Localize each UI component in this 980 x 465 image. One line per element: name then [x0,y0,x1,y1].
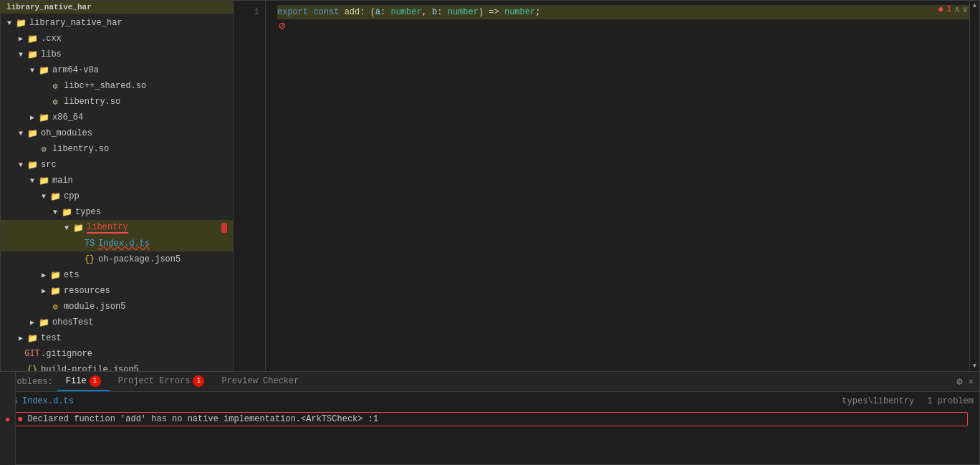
space3 [427,5,432,19]
left-status-strip: ● [0,372,16,465]
space5 [484,5,489,19]
space [339,5,344,19]
tree-item-oh-package[interactable]: ▶ {} oh-package.json5 [1,251,233,267]
error-marker [221,223,227,233]
tree-item-cpp[interactable]: ▼ 📁 cpp [1,188,233,204]
tab-file-badge: 1 [90,375,101,387]
keyword-export: export [277,5,308,19]
tree-item-main[interactable]: ▼ 📁 main [1,173,233,188]
tree-item-arm64[interactable]: ▼ 📁 arm64-v8a [1,62,233,78]
folder-icon: 📁 [27,128,38,139]
tab-project-errors-badge: 1 [193,375,204,387]
error-message-box[interactable]: ● Declared function 'add' has no native … [12,412,968,426]
param-b: b [432,5,437,19]
arrow-icon: ▼ [27,177,38,185]
arrow-icon: ▼ [27,67,38,75]
tree-item-index-dts[interactable]: ▶ TS Index.d.ts [1,236,233,251]
keyword-const: const [313,5,339,19]
folder-icon: 📁 [49,286,61,297]
tree-label: src [41,160,57,170]
arrow-icon: ▼ [61,224,72,232]
tree-item-resources[interactable]: ▶ 📁 resources [1,283,233,299]
folder-icon: 📁 [38,317,49,328]
comma: , [422,5,427,19]
tree-label: ets [64,270,80,280]
folder-icon: 📁 [49,191,61,202]
folder-icon: 📁 [38,176,49,186]
tree-label: oh-package.json5 [98,254,181,264]
folder-icon: 📁 [15,18,27,29]
editor-area: 1 export const add : ( a [234,1,979,371]
tab-project-errors[interactable]: Project Errors 1 [110,372,213,391]
paren-open: ( [370,5,375,19]
tree-item-root[interactable]: ▼ 📁 library_native_har [1,15,233,31]
folder-icon: 📁 [27,160,38,171]
tab-file[interactable]: File 1 [57,372,110,391]
tree-item-ohostest[interactable]: ▶ 📁 ohosTest [1,315,233,330]
tree-item-module-json5[interactable]: ▶ ⚙ module.json5 [1,299,233,315]
file-explorer[interactable]: library_native_har ▼ 📁 library_native_ha… [1,1,234,371]
close-panel-btn[interactable]: ✕ [969,376,974,387]
cot-header: library_native_har [1,1,233,14]
problem-file-row[interactable]: TS Index.d.ts types\libentry 1 problem [1,393,979,409]
tree-label: oh_modules [41,128,92,138]
scrollbar-track[interactable] [970,11,979,361]
bottom-error-icon: ● [5,415,10,425]
tree-item-ets[interactable]: ▶ 📁 ets [1,267,233,283]
tree-item-libcpp[interactable]: ▶ ⚙ libc++_shared.so [1,78,233,94]
tree-item-test[interactable]: ▶ 📁 test [1,330,233,346]
error-circle-icon: ● [938,4,943,15]
tab-preview-checker-label: Preview Checker [221,376,299,386]
tree-item-libs[interactable]: ▼ 📁 libs [1,47,233,62]
punct-colon2: : [380,5,385,19]
error-message-text: Declared function 'add' has no native im… [27,414,378,424]
folder-icon: 📁 [27,49,38,60]
bottom-panel: Problems: File 1 Project Errors 1 Previe… [1,371,979,464]
error-down-btn[interactable]: ∨ [963,4,968,15]
arrow-icon: ▼ [15,51,27,59]
error-up-btn[interactable]: ∧ [955,4,960,15]
space [308,5,313,19]
tree-label: library_native_har [29,18,123,28]
error-message-container: ● Declared function 'add' has no native … [1,409,979,429]
scrollbar-up-btn[interactable]: ▲ [970,1,979,11]
tree-label: main [52,176,73,186]
space [365,5,370,19]
tree-label: module.json5 [64,302,125,312]
punct-colon: : [360,5,365,19]
folder-icon: 📁 [38,112,49,123]
folder-icon: 📁 [27,333,38,344]
line-number-1: 1 [234,5,259,19]
arrow-icon: ▶ [38,287,49,295]
tree-item-cxx[interactable]: ▶ 📁 .cxx [1,31,233,47]
tree-item-libentry-so1[interactable]: ▶ ⚙ libentry.so [1,94,233,110]
tree-item-libentry[interactable]: ▼ 📁 libentry [1,220,233,236]
editor-scrollbar[interactable]: ▲ ▼ [969,1,979,371]
file-icon: TS [84,239,95,249]
error-count: 1 [946,4,951,14]
folder-icon: 📁 [72,223,84,234]
tree-label: build-profile.json5 [41,365,139,371]
scrollbar-down-btn[interactable]: ▼ [970,361,979,371]
error-indicator-icon: ● [17,414,23,424]
bottom-content: TS Index.d.ts types\libentry 1 problem ●… [1,392,979,464]
tree-item-gitignore[interactable]: ▶ GIT .gitignore [1,346,233,362]
settings-icon[interactable]: ⚙ [956,375,962,388]
tree-label: libs [41,49,62,59]
tab-preview-checker[interactable]: Preview Checker [213,372,307,391]
tree-label: .gitignore [41,349,92,359]
tree-item-libentry-so2[interactable]: ▶ ⚙ libentry.so [1,141,233,157]
arrow-icon: ▶ [27,318,38,327]
arrow-icon: ▼ [49,208,61,216]
tree-item-build-profile[interactable]: ▶ {} build-profile.json5 [1,362,233,371]
tree-label: libentry [87,222,128,234]
code-area[interactable]: export const add : ( a : number , [266,1,969,371]
tree-item-oh-modules[interactable]: ▼ 📁 oh_modules [1,125,233,141]
tree-label: libentry.so [52,144,109,154]
file-tree[interactable]: ▼ 📁 library_native_har ▶ 📁 .cxx ▼ 📁 libs [1,14,233,371]
tree-item-src[interactable]: ▼ 📁 src [1,157,233,173]
tree-item-types[interactable]: ▼ 📁 types [1,204,233,220]
folder-icon: 📁 [38,65,49,76]
problem-filename: Index.d.ts [22,396,74,406]
tree-item-x86[interactable]: ▶ 📁 x86_64 [1,110,233,125]
